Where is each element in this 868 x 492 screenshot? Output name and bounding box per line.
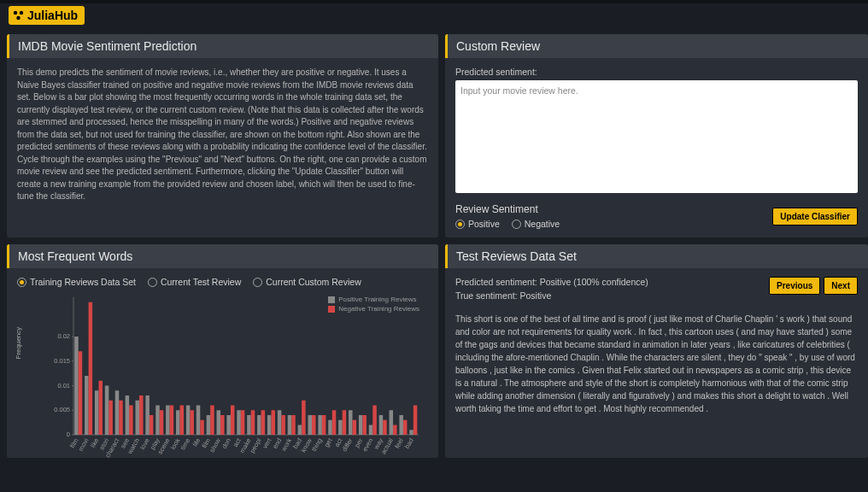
svg-rect-96 [349,410,353,435]
panel-main: IMDB Movie Sentiment Prediction This dem… [7,34,438,237]
juliahub-icon [12,9,26,21]
svg-rect-73 [271,410,275,435]
topbar: JuliaHub [0,0,868,27]
svg-text:0.01: 0.01 [57,382,70,390]
svg-rect-100 [362,415,367,435]
svg-text:vert: vert [261,436,273,450]
svg-rect-46 [180,406,185,436]
radio-label: Current Test Review [161,277,241,287]
svg-rect-21 [95,390,99,435]
svg-rect-112 [403,420,408,435]
svg-rect-72 [267,415,272,435]
svg-rect-76 [281,415,285,435]
svg-rect-108 [390,410,394,435]
radio-current-custom[interactable]: Current Custom Review [253,277,361,287]
svg-rect-90 [328,420,332,435]
radio-training-set[interactable]: Training Reviews Data Set [17,277,136,287]
svg-rect-102 [369,425,373,436]
svg-rect-43 [170,406,174,436]
svg-point-2 [16,16,20,20]
svg-rect-22 [98,381,103,435]
svg-rect-81 [298,425,302,436]
test-predicted: Predicted sentiment: Positive (100% conf… [455,277,648,287]
previous-button[interactable]: Previous [769,277,820,295]
svg-rect-111 [399,415,403,435]
custom-review-input[interactable] [455,80,858,193]
svg-text:0: 0 [67,430,70,438]
svg-text:time: time [179,437,191,452]
test-true: True sentiment: Positive [455,290,648,301]
radio-negative[interactable]: Negative [512,219,560,229]
svg-rect-75 [278,410,282,435]
svg-text:get: get [323,436,334,448]
svg-text:love: love [138,437,151,451]
svg-rect-24 [105,386,109,436]
svg-rect-70 [261,410,266,435]
frequency-bar-chart: 00.0050.010.0150.02filmmovilikestorichar… [48,294,424,458]
panel-freq-words: Most Frequent Words Training Reviews Dat… [7,244,438,458]
next-button[interactable]: Next [824,277,858,295]
svg-rect-25 [108,401,113,435]
panel-test-title: Test Reviews Data Set [445,244,868,268]
review-sentiment-title: Review Sentiment [455,203,772,215]
svg-rect-30 [126,395,130,435]
radio-icon [455,220,465,229]
svg-rect-115 [413,406,418,436]
svg-text:0.005: 0.005 [54,406,70,413]
svg-rect-69 [257,415,261,435]
radio-icon [253,278,262,287]
svg-rect-45 [176,410,180,435]
svg-text:don: don [220,437,232,450]
radio-positive-label: Positive [468,219,500,229]
radio-icon [148,278,157,287]
svg-rect-52 [200,420,204,435]
svg-rect-40 [160,410,164,435]
svg-rect-84 [308,415,312,435]
svg-rect-64 [241,410,245,435]
svg-rect-114 [409,430,413,435]
svg-rect-39 [155,406,160,436]
svg-text:bad: bad [403,437,415,450]
svg-rect-63 [237,410,241,435]
radio-icon [17,278,26,287]
panel-custom-review: Custom Review Predicted sentiment: Revie… [445,34,868,237]
svg-rect-42 [166,406,170,436]
svg-rect-31 [129,406,133,436]
radio-negative-label: Negative [525,219,560,229]
legend-pos: Positive Training Reviews [338,296,416,303]
radio-label: Current Custom Review [266,277,361,287]
svg-rect-49 [190,410,194,435]
svg-rect-79 [291,415,296,435]
radio-icon [512,220,521,229]
main-description: This demo predicts the sentiment of movi… [17,67,428,203]
predicted-sentiment-label: Predicted sentiment: [455,67,858,77]
test-review-text: This short is one of the best of all tim… [455,313,858,415]
svg-rect-51 [196,406,201,436]
panel-freq-title: Most Frequent Words [7,244,438,268]
svg-rect-85 [312,415,316,435]
update-classifier-button[interactable]: Update Classifier [772,208,858,226]
radio-positive[interactable]: Positive [455,219,500,229]
brand-logo[interactable]: JuliaHub [9,6,85,25]
radio-label: Training Reviews Data Set [30,277,136,287]
panel-test-reviews: Test Reviews Data Set Predicted sentimen… [445,244,868,458]
panel-main-title: IMDB Movie Sentiment Prediction [7,34,438,58]
svg-rect-34 [139,395,144,435]
svg-rect-37 [150,415,154,435]
svg-rect-105 [379,415,384,435]
radio-current-test[interactable]: Current Test Review [148,277,241,287]
svg-rect-57 [217,410,221,435]
svg-rect-106 [383,420,387,435]
panel-custom-title: Custom Review [445,34,868,58]
svg-rect-94 [343,410,347,435]
svg-rect-82 [302,401,306,435]
svg-text:feel: feel [393,436,405,449]
svg-rect-58 [220,415,225,435]
svg-rect-15 [74,337,79,435]
chart-legend: Positive Training Reviews Negative Train… [328,296,419,314]
svg-rect-109 [393,425,397,436]
svg-rect-33 [135,401,139,435]
svg-rect-78 [288,415,292,435]
legend-neg: Negative Training Reviews [338,305,419,313]
svg-rect-54 [207,415,211,435]
